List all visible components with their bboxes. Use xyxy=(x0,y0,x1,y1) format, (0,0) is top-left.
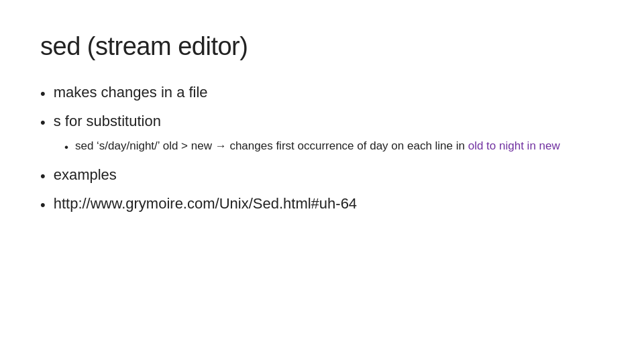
sub-bullets-2: • sed ‘s/day/night/’ old > new → changes… xyxy=(64,137,604,156)
sub-bullet-item-1: • sed ‘s/day/night/’ old > new → changes… xyxy=(64,137,604,156)
bullet-text-1: makes changes in a file xyxy=(54,82,208,103)
bullet-item-2: • s for substitution xyxy=(40,111,604,133)
bullet-item-1: • makes changes in a file xyxy=(40,82,604,105)
sub-text-black-1: sed ‘s/day/night/’ old > new xyxy=(75,139,215,152)
bullet-item-3: • examples xyxy=(40,165,604,187)
bullet-dot-1: • xyxy=(40,84,46,105)
content-area: • makes changes in a file • s for substi… xyxy=(40,82,604,216)
bullet-group-2: • s for substitution • sed ‘s/day/night/… xyxy=(40,111,604,158)
bullet-item-4: • http://www.grymoire.com/Unix/Sed.html#… xyxy=(40,194,604,216)
bullet-text-4: http://www.grymoire.com/Unix/Sed.html#uh… xyxy=(54,194,357,215)
bullet-text-3: examples xyxy=(54,165,117,186)
slide-title: sed (stream editor) xyxy=(40,32,604,61)
sub-text-purple: old to night in new xyxy=(468,139,560,152)
bullet-text-2: s for substitution xyxy=(54,111,161,132)
sub-bullet-text-1: sed ‘s/day/night/’ old > new → changes f… xyxy=(75,137,560,155)
bullet-dot-2: • xyxy=(40,113,46,133)
sub-text-black-2: changes first occurrence of day on each … xyxy=(227,139,468,152)
bullet-dot-3: • xyxy=(40,166,46,187)
slide: sed (stream editor) • makes changes in a… xyxy=(0,0,644,362)
bullet-dot-4: • xyxy=(40,195,46,216)
sub-arrow: → xyxy=(215,139,227,152)
sub-bullet-dot-1: • xyxy=(64,139,68,156)
